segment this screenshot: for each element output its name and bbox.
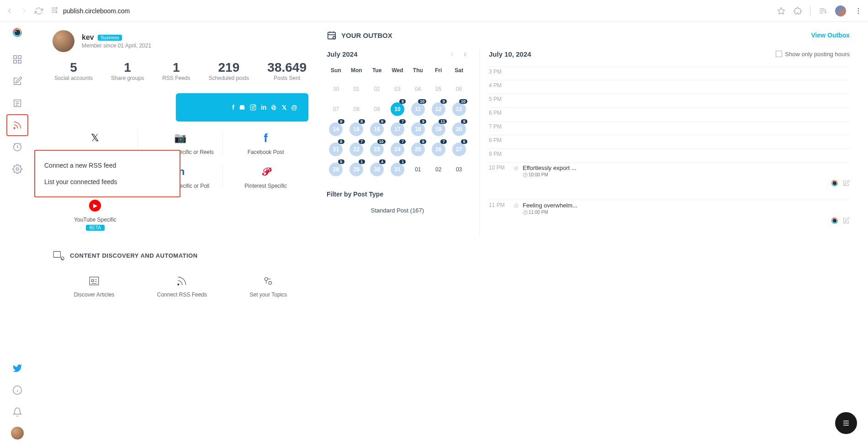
calendar-day[interactable]: 108 xyxy=(388,101,407,117)
timeline-hour-row: 10 PM ⊘ Effortlessly export ... 10:00 PM xyxy=(489,162,850,200)
edit-icon[interactable] xyxy=(842,217,850,224)
calendar-day[interactable]: 08 xyxy=(347,101,366,117)
twitter-icon[interactable] xyxy=(6,357,28,379)
outbox-title: YOUR OUTBOX xyxy=(341,32,392,39)
show-posting-hours-toggle[interactable]: Show only posting hours xyxy=(776,51,850,58)
compose-icon[interactable] xyxy=(6,70,28,92)
calendar-day[interactable]: 1911 xyxy=(429,121,448,138)
calendar-day[interactable]: 01 xyxy=(408,161,427,178)
forward-icon[interactable] xyxy=(20,7,28,15)
calendar-day[interactable]: 275 xyxy=(450,141,468,158)
outbox-event[interactable]: ⊘ Effortlessly export ... 10:00 PM xyxy=(513,164,850,187)
news-icon[interactable] xyxy=(6,92,28,114)
svg-point-5 xyxy=(14,29,20,35)
cal-prev-icon[interactable] xyxy=(449,51,455,58)
cancel-icon[interactable]: ⊘ xyxy=(513,164,519,172)
calendar-day[interactable]: 177 xyxy=(388,121,407,138)
post-type-option[interactable]: fFacebook Post xyxy=(223,131,308,155)
stats-row: 5Social accounts1Share groups1RSS Feeds2… xyxy=(53,60,308,81)
list-feeds-link[interactable]: List your connected feeds xyxy=(35,174,180,190)
day-of-week: Tue xyxy=(368,67,386,77)
calendar-day[interactable]: 218 xyxy=(327,141,345,158)
app-logo-icon xyxy=(831,217,839,225)
schedule-icon[interactable] xyxy=(6,136,28,158)
calendar-day[interactable]: 311 xyxy=(388,161,407,178)
calendar-day[interactable]: 285 xyxy=(327,161,345,178)
post-type-option[interactable]: 𝒫Pinterest Specific xyxy=(223,164,308,189)
calendar-day[interactable]: 06 xyxy=(450,81,468,97)
create-post-button[interactable]: f in 𝕏 @ xyxy=(176,93,308,122)
chrome-profile-icon[interactable] xyxy=(835,5,846,16)
bell-icon[interactable] xyxy=(6,401,28,423)
automation-card[interactable]: Set your Topics xyxy=(249,275,287,298)
calendar-day[interactable]: 129 xyxy=(429,101,448,117)
view-outbox-link[interactable]: View Outbox xyxy=(811,32,850,39)
calendar-day[interactable]: 158 xyxy=(347,121,366,138)
calendar-day[interactable]: 149 xyxy=(327,121,345,138)
back-icon[interactable] xyxy=(5,7,14,15)
cal-next-icon[interactable] xyxy=(462,51,468,58)
calendar-day[interactable]: 02 xyxy=(429,161,448,178)
calendar-day[interactable]: 1110 xyxy=(408,101,427,117)
day-of-week: Mon xyxy=(347,67,366,77)
app-logo[interactable] xyxy=(12,27,22,39)
extensions-icon[interactable] xyxy=(794,7,802,15)
dashboard-icon[interactable] xyxy=(6,48,28,70)
user-avatar-icon[interactable] xyxy=(11,427,24,440)
settings-icon[interactable] xyxy=(6,158,28,180)
calendar-day[interactable]: 291 xyxy=(347,161,366,178)
calendar-day[interactable]: 189 xyxy=(408,121,427,138)
svg-point-2 xyxy=(858,8,859,9)
address-bar[interactable]: publish.circleboom.com xyxy=(63,7,130,15)
stat-item: 1RSS Feeds xyxy=(162,60,190,81)
info-icon[interactable] xyxy=(6,379,28,401)
calendar-day[interactable]: 259 xyxy=(408,141,427,158)
calendar-day[interactable]: 07 xyxy=(327,101,345,117)
pin-icon xyxy=(271,104,277,111)
calendar-day[interactable]: 169 xyxy=(368,121,386,138)
calendar-day[interactable]: 09 xyxy=(368,101,386,117)
calendar-day[interactable]: 267 xyxy=(429,141,448,158)
svg-point-3 xyxy=(858,10,859,11)
timeline-hour-row: 8 PM xyxy=(489,135,850,148)
rss-icon[interactable] xyxy=(6,114,28,136)
timeline-hour-row: 3 PM xyxy=(489,66,850,80)
calendar-day[interactable]: 209 xyxy=(450,121,468,138)
calendar-day[interactable]: 03 xyxy=(450,161,468,178)
stat-item: 38.649Posts Sent xyxy=(267,60,307,81)
automation-card[interactable]: Connect RSS Feeds xyxy=(157,275,207,298)
connect-rss-link[interactable]: Connect a new RSS feed xyxy=(35,157,180,174)
reload-icon[interactable] xyxy=(35,7,43,15)
calendar-day[interactable]: 05 xyxy=(429,81,448,97)
calendar-day[interactable]: 04 xyxy=(408,81,427,97)
day-of-week: Fri xyxy=(429,67,448,77)
filter-standard-post[interactable]: Standard Post (167) xyxy=(327,207,468,214)
calendar-day[interactable]: 01 xyxy=(347,81,366,97)
calendar-day[interactable]: 247 xyxy=(388,141,407,158)
calendar-day[interactable]: 2310 xyxy=(368,141,386,158)
stat-item: 219Scheduled posts xyxy=(209,60,249,81)
more-icon[interactable] xyxy=(854,7,863,15)
post-type-option[interactable]: ▶YouTube SpecificBETA xyxy=(53,198,138,231)
gmb-icon xyxy=(239,104,245,111)
svg-point-25 xyxy=(269,281,272,285)
outbox-event[interactable]: ⊘ Feeling overwhelm... 11:00 PM xyxy=(513,202,850,225)
edit-icon[interactable] xyxy=(842,180,850,187)
calendar-day[interactable]: 227 xyxy=(347,141,366,158)
automation-card[interactable]: Discover Articles xyxy=(74,275,115,298)
svg-point-6 xyxy=(15,31,16,32)
day-of-week: Sat xyxy=(450,67,468,77)
playlist-icon[interactable] xyxy=(819,7,827,15)
fab-menu-button[interactable] xyxy=(835,412,857,434)
star-icon[interactable] xyxy=(777,7,785,15)
calendar-day[interactable]: 03 xyxy=(388,81,407,97)
calendar-day[interactable]: 1310 xyxy=(450,101,468,117)
timeline-hour-row: 5 PM xyxy=(489,94,850,107)
calendar-day[interactable]: 02 xyxy=(368,81,386,97)
svg-point-4 xyxy=(858,13,859,14)
calendar-day[interactable]: 30 xyxy=(327,81,345,97)
day-of-week: Thu xyxy=(408,67,427,77)
site-settings-icon[interactable] xyxy=(50,6,58,14)
calendar-day[interactable]: 304 xyxy=(368,161,386,178)
cancel-icon[interactable]: ⊘ xyxy=(513,202,519,209)
